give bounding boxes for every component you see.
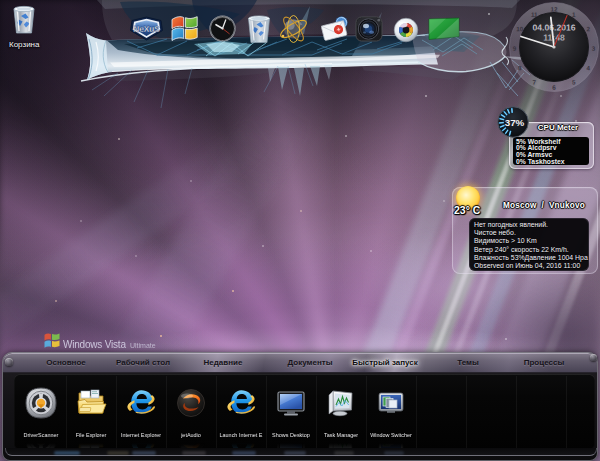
svg-text:04.06.2016: 04.06.2016: [533, 22, 576, 32]
svg-text:5: 5: [572, 79, 576, 86]
svg-text:7: 7: [532, 78, 536, 85]
svg-text:11: 11: [531, 11, 538, 18]
svg-text:6: 6: [552, 84, 556, 91]
svg-text:3: 3: [592, 45, 596, 52]
svg-text:9: 9: [513, 45, 517, 52]
svg-text:10: 10: [516, 25, 524, 32]
svg-text:37%: 37%: [505, 117, 525, 128]
svg-text:12: 12: [551, 5, 559, 12]
svg-text:8: 8: [518, 64, 522, 71]
svg-text:NeXuS: NeXuS: [133, 25, 160, 34]
svg-text:1: 1: [572, 11, 576, 18]
svg-text:2: 2: [586, 25, 590, 32]
svg-text:4: 4: [586, 64, 590, 71]
